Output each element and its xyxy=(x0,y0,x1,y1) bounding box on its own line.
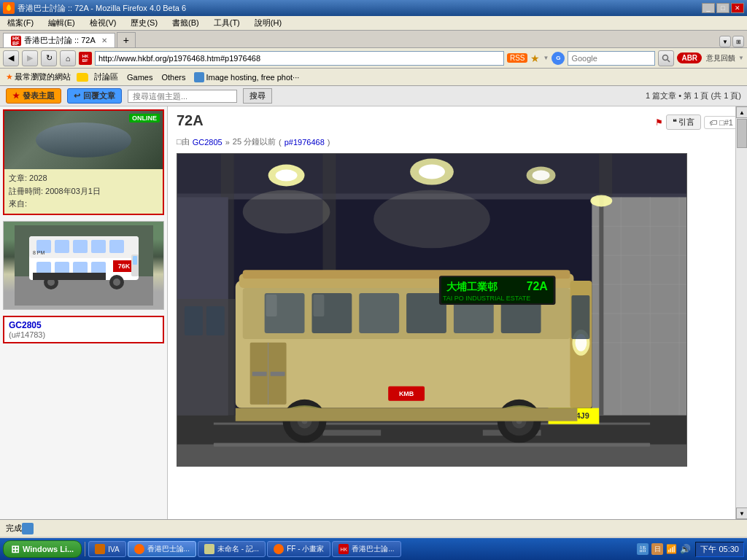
bus-image-svg: 大埔工業邨 72A TAI PO INDUSTRIAL ESTATE xyxy=(177,153,686,467)
user-reg-label: 註冊時間: 2008年03月1日 xyxy=(9,185,158,198)
search-button[interactable] xyxy=(658,50,674,66)
post-count: 1 篇文章 • 第 1 頁 (共 1 頁) xyxy=(646,90,741,101)
titlebar-left: 香港巴士討論 :: 72A - Mozilla Firefox 4.0 Beta… xyxy=(3,2,186,14)
bm-most-visited[interactable]: ★ 最常瀏覽的網站 xyxy=(3,71,74,83)
bm-imagehosting[interactable]: Image hosting, free phot··· xyxy=(191,71,302,83)
status-text: 完成 xyxy=(6,523,22,534)
reply-label: 回覆文章 xyxy=(83,90,115,101)
tab-label: 香港巴士討論 :: 72A xyxy=(24,35,96,46)
post-meta: □由 GC2805 » 25 分鐘以前 ( p#1976468 ) xyxy=(177,136,738,147)
bm-discussion[interactable]: 討論區 xyxy=(91,71,121,83)
search-topic-button[interactable]: 搜尋 xyxy=(243,88,272,104)
svg-text:76K: 76K xyxy=(117,262,130,270)
feedback-arrow[interactable]: ▼ xyxy=(738,55,744,61)
tab-options-button[interactable]: ▼ xyxy=(719,36,731,47)
online-badge: ONLINE xyxy=(129,114,160,122)
svg-rect-4 xyxy=(15,276,153,306)
rss-button[interactable]: RSS xyxy=(507,53,528,63)
search-topic-input[interactable] xyxy=(128,90,237,103)
svg-rect-10 xyxy=(91,240,106,253)
svg-point-98 xyxy=(590,195,612,206)
svg-rect-64 xyxy=(266,295,277,316)
post-id-link[interactable]: p#1976468 xyxy=(285,138,325,147)
abr-button[interactable]: ABR xyxy=(677,52,702,63)
restore-button[interactable]: □ xyxy=(716,3,729,13)
svg-rect-24 xyxy=(33,273,106,280)
svg-rect-80 xyxy=(271,372,285,376)
svg-rect-74 xyxy=(571,295,589,339)
search-input[interactable] xyxy=(568,51,655,66)
quote-label: 引言 xyxy=(678,117,694,128)
user-stats: 文章: 2028 註冊時間: 2008年03月1日 來自: xyxy=(9,172,158,211)
reply-button[interactable]: ↩ 回覆文章 xyxy=(67,88,122,104)
svg-point-39 xyxy=(374,190,490,248)
svg-rect-13 xyxy=(55,262,69,273)
menu-view[interactable]: 檢視(V) xyxy=(85,16,121,30)
menu-tools[interactable]: 工具(T) xyxy=(209,16,244,30)
tab-favicon: HKBF xyxy=(11,36,21,46)
bus-photo: 76K 8 PM xyxy=(3,221,164,310)
post-topic-button[interactable]: ★ 發表主題 xyxy=(6,88,61,104)
svg-rect-52 xyxy=(322,430,381,436)
menu-history[interactable]: 歷史(S) xyxy=(126,16,162,30)
quote-icon: ❝ xyxy=(673,117,677,127)
search-icon xyxy=(662,54,670,63)
zoom-icon[interactable] xyxy=(22,523,34,534)
all-tabs-button[interactable]: ⊞ xyxy=(732,36,744,47)
bm-others[interactable]: Others xyxy=(158,72,188,82)
svg-text:72A: 72A xyxy=(527,280,549,292)
new-tab-button[interactable]: + xyxy=(117,32,136,47)
bm-games-label: Games xyxy=(127,73,152,82)
svg-rect-96 xyxy=(206,306,225,335)
address-input[interactable] xyxy=(95,51,504,66)
minimize-button[interactable]: _ xyxy=(702,3,715,13)
bm-folder-icon xyxy=(77,73,88,82)
svg-point-33 xyxy=(276,170,298,182)
menu-edit[interactable]: 編輯(E) xyxy=(44,16,80,30)
tab-close-icon[interactable]: ✕ xyxy=(101,36,107,44)
svg-rect-15 xyxy=(91,262,106,273)
user-info: 文章: 2028 註冊時間: 2008年03月1日 來自: xyxy=(4,169,163,214)
scroll-down-button[interactable]: ▼ xyxy=(736,508,747,519)
svg-rect-92 xyxy=(177,444,686,466)
tabbar: HKBF 香港巴士討論 :: 72A ✕ + ▼ ⊞ xyxy=(0,31,747,48)
svg-point-38 xyxy=(243,190,330,233)
svg-rect-95 xyxy=(185,306,203,335)
bm-discussion-label: 討論區 xyxy=(94,71,118,82)
svg-rect-11 xyxy=(109,240,124,253)
menu-help[interactable]: 說明(H) xyxy=(250,16,286,30)
bookmarksbar: ★ 最常瀏覽的網站 討論區 Games Others Image hosting… xyxy=(0,69,747,86)
star-down-icon[interactable]: ▼ xyxy=(543,55,549,61)
bookmark-star-icon[interactable]: ★ xyxy=(530,52,540,64)
active-tab[interactable]: HKBF 香港巴士討論 :: 72A ✕ xyxy=(3,33,115,47)
menu-bookmarks[interactable]: 書籤(B) xyxy=(168,16,204,30)
menu-file[interactable]: 檔案(F) xyxy=(3,16,38,30)
reload-button[interactable]: ↻ xyxy=(41,50,57,66)
scroll-up-button[interactable]: ▲ xyxy=(736,106,747,118)
feedback-button[interactable]: 意見回饋 xyxy=(706,53,735,63)
svg-point-37 xyxy=(533,171,550,181)
forward-button[interactable]: ▶ xyxy=(22,50,38,66)
scrollbar[interactable]: ▲ ▼ xyxy=(735,106,747,519)
post-star-icon: ★ xyxy=(12,91,20,101)
firefox-icon xyxy=(3,2,15,14)
titlebar: 香港巴士討論 :: 72A - Mozilla Firefox 4.0 Beta… xyxy=(0,0,747,16)
close-button[interactable]: ✕ xyxy=(731,3,744,13)
home-button[interactable]: ⌂ xyxy=(60,50,76,66)
back-button[interactable]: ◀ xyxy=(3,50,19,66)
quote-button[interactable]: ❝ 引言 xyxy=(666,114,701,130)
post-image: 大埔工業邨 72A TAI PO INDUSTRIAL ESTATE xyxy=(177,153,687,467)
svg-rect-79 xyxy=(252,372,267,376)
post-header: 72A ⚑ ❝ 引言 🏷 □#1 xyxy=(177,112,738,132)
bm-games[interactable]: Games xyxy=(124,72,155,82)
post-separator: » xyxy=(225,138,230,147)
user-avatar-area: ONLINE xyxy=(4,111,163,169)
svg-point-35 xyxy=(419,165,445,179)
post-number: □#1 xyxy=(719,118,733,127)
user-profile-link[interactable]: GC2805 xyxy=(9,320,42,330)
scroll-thumb[interactable] xyxy=(737,119,747,148)
scroll-track xyxy=(736,118,747,508)
report-icon: ⚑ xyxy=(655,117,663,128)
svg-rect-93 xyxy=(214,443,650,446)
post-author-link[interactable]: GC2805 xyxy=(193,138,222,147)
